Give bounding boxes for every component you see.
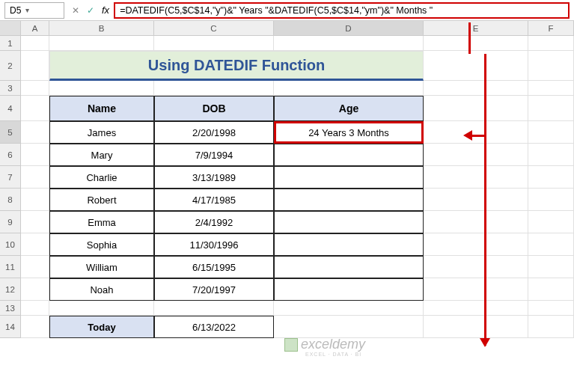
cell[interactable] bbox=[424, 144, 528, 166]
accept-formula-icon[interactable]: ✓ bbox=[84, 4, 97, 17]
cell-dob[interactable]: 7/20/1997 bbox=[154, 278, 274, 301]
chevron-down-icon[interactable]: ▾ bbox=[21, 6, 33, 14]
row-header-5[interactable]: 5 bbox=[0, 121, 21, 144]
select-all-corner[interactable] bbox=[0, 21, 21, 35]
cell[interactable] bbox=[528, 81, 574, 96]
cell[interactable] bbox=[21, 278, 49, 301]
cell[interactable] bbox=[528, 36, 574, 51]
cell[interactable] bbox=[424, 36, 528, 51]
cell-age[interactable] bbox=[274, 256, 424, 278]
cell-name[interactable]: Sophia bbox=[49, 233, 154, 256]
col-header-A[interactable]: A bbox=[21, 21, 49, 35]
row-header-12[interactable]: 12 bbox=[0, 278, 21, 301]
cell[interactable] bbox=[528, 316, 574, 338]
cell[interactable] bbox=[21, 316, 49, 338]
cell[interactable] bbox=[424, 233, 528, 256]
cell[interactable] bbox=[424, 51, 528, 81]
cell-dob[interactable]: 3/13/1989 bbox=[154, 166, 274, 189]
cell-age[interactable] bbox=[274, 189, 424, 211]
cell[interactable] bbox=[21, 144, 49, 166]
col-header-E[interactable]: E bbox=[424, 21, 528, 35]
cell[interactable] bbox=[21, 81, 49, 96]
cell[interactable] bbox=[21, 256, 49, 278]
cell[interactable] bbox=[21, 189, 49, 211]
cell-name[interactable]: William bbox=[49, 256, 154, 278]
cell-name[interactable]: Robert bbox=[49, 189, 154, 211]
cell[interactable] bbox=[49, 301, 154, 316]
cell[interactable] bbox=[424, 189, 528, 211]
row-header-8[interactable]: 8 bbox=[0, 189, 21, 211]
cell[interactable] bbox=[154, 301, 274, 316]
cell[interactable] bbox=[274, 301, 424, 316]
cell[interactable] bbox=[424, 211, 528, 233]
cell[interactable] bbox=[274, 36, 424, 51]
cell[interactable] bbox=[528, 96, 574, 121]
cell[interactable] bbox=[21, 51, 49, 81]
cell[interactable] bbox=[528, 189, 574, 211]
cell[interactable] bbox=[424, 256, 528, 278]
row-header-3[interactable]: 3 bbox=[0, 81, 21, 96]
cell[interactable] bbox=[424, 166, 528, 189]
cell[interactable] bbox=[528, 121, 574, 144]
cell[interactable] bbox=[49, 81, 154, 96]
today-value-cell[interactable]: 6/13/2022 bbox=[154, 316, 274, 338]
cell[interactable] bbox=[154, 81, 274, 96]
cancel-formula-icon[interactable]: ✕ bbox=[69, 4, 82, 17]
cell[interactable] bbox=[528, 301, 574, 316]
cell-name[interactable]: James bbox=[49, 121, 154, 144]
name-box[interactable]: D5 ▾ bbox=[4, 2, 64, 19]
row-header-2[interactable]: 2 bbox=[0, 51, 21, 81]
col-header-D[interactable]: D bbox=[274, 21, 424, 35]
cell[interactable] bbox=[528, 211, 574, 233]
cell[interactable] bbox=[21, 233, 49, 256]
cell-dob[interactable]: 4/17/1985 bbox=[154, 189, 274, 211]
cell[interactable] bbox=[528, 233, 574, 256]
formula-bar[interactable]: =DATEDIF(C5,$C$14,"y")&" Years "&DATEDIF… bbox=[114, 2, 570, 19]
fx-icon[interactable]: fx bbox=[102, 4, 109, 16]
cell-age[interactable] bbox=[274, 278, 424, 301]
cell[interactable] bbox=[154, 36, 274, 51]
cell[interactable] bbox=[528, 256, 574, 278]
cell-dob[interactable]: 2/20/1998 bbox=[154, 121, 274, 144]
cell-age[interactable] bbox=[274, 144, 424, 166]
cell-age[interactable] bbox=[274, 166, 424, 189]
cell[interactable] bbox=[528, 166, 574, 189]
cell[interactable] bbox=[21, 96, 49, 121]
row-header-7[interactable]: 7 bbox=[0, 166, 21, 189]
cell[interactable] bbox=[528, 51, 574, 81]
row-header-6[interactable]: 6 bbox=[0, 144, 21, 166]
row-header-1[interactable]: 1 bbox=[0, 36, 21, 51]
cell[interactable] bbox=[21, 36, 49, 51]
cell[interactable] bbox=[424, 316, 528, 338]
cell[interactable] bbox=[528, 278, 574, 301]
cell[interactable] bbox=[424, 81, 528, 96]
col-header-F[interactable]: F bbox=[528, 21, 574, 35]
cell[interactable] bbox=[424, 121, 528, 144]
cell-dob[interactable]: 6/15/1995 bbox=[154, 256, 274, 278]
cell[interactable] bbox=[528, 144, 574, 166]
row-header-14[interactable]: 14 bbox=[0, 316, 21, 338]
cell-name[interactable]: Charlie bbox=[49, 166, 154, 189]
row-header-11[interactable]: 11 bbox=[0, 256, 21, 278]
cell[interactable] bbox=[21, 121, 49, 144]
cell[interactable] bbox=[424, 96, 528, 121]
table-header-name[interactable]: Name bbox=[49, 96, 154, 121]
cell-dob[interactable]: 11/30/1996 bbox=[154, 233, 274, 256]
today-label-cell[interactable]: Today bbox=[49, 316, 154, 338]
table-header-age[interactable]: Age bbox=[274, 96, 424, 121]
col-header-C[interactable]: C bbox=[154, 21, 274, 35]
cell[interactable] bbox=[424, 301, 528, 316]
row-header-10[interactable]: 10 bbox=[0, 233, 21, 256]
col-header-B[interactable]: B bbox=[49, 21, 154, 35]
cell-age-selected[interactable]: 24 Years 3 Months bbox=[274, 121, 424, 144]
cell[interactable] bbox=[49, 36, 154, 51]
cell[interactable] bbox=[424, 278, 528, 301]
cell[interactable] bbox=[21, 211, 49, 233]
cell-dob[interactable]: 2/4/1992 bbox=[154, 211, 274, 233]
cell-name[interactable]: Mary bbox=[49, 144, 154, 166]
cell[interactable] bbox=[274, 81, 424, 96]
cell-age[interactable] bbox=[274, 211, 424, 233]
row-header-13[interactable]: 13 bbox=[0, 301, 21, 316]
cell-dob[interactable]: 7/9/1994 bbox=[154, 144, 274, 166]
table-header-dob[interactable]: DOB bbox=[154, 96, 274, 121]
